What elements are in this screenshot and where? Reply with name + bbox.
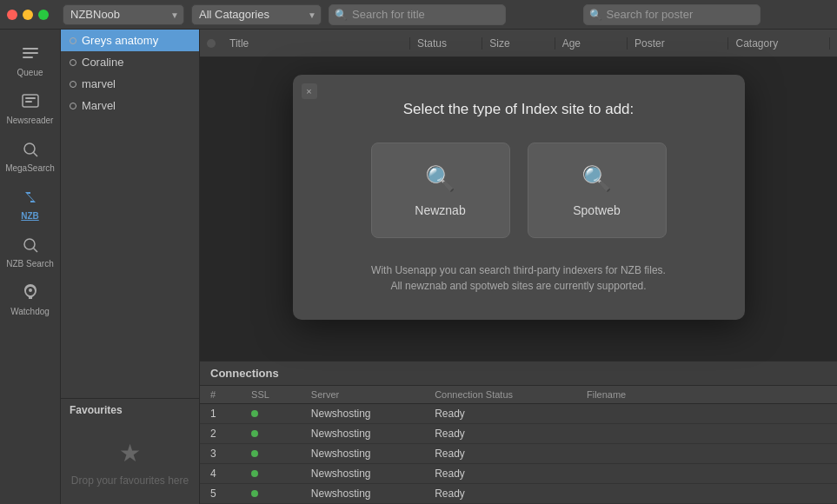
modal-desc-line2: All newznab and spotweb sites are curren… [390,280,646,292]
modal-options: 🔍 Newznab 🔍 Spotweb [328,143,710,238]
conn-filename-1 [576,424,837,444]
sidebar: Queue Newsreader MegaSearch NZB [0,30,61,504]
sidebar-item-nzb-search[interactable]: NZB Search [0,228,61,275]
table-columns: Title Status Size Age Poster Catagory [223,37,830,50]
newsreader-icon [20,91,41,112]
watchdog-icon [20,282,41,303]
table-dot [207,39,216,48]
ssl-dot-3 [251,470,258,477]
conn-num-4: 5 [200,484,241,504]
conn-ssl-3 [241,464,301,484]
table-header: Title Status Size Age Poster Catagory [200,30,837,57]
search-result-2[interactable]: marvel [61,73,199,95]
col-header-category: Catagory [728,37,830,50]
connection-row-0: 1 Newshosting Ready [200,404,837,424]
col-header-age: Age [555,37,628,50]
poster-search-input[interactable] [583,4,761,25]
sidebar-item-queue[interactable]: Queue [0,36,61,84]
modal-close-icon: × [306,86,311,96]
conn-status-1: Ready [424,424,576,444]
nzb-label: NZB [21,211,39,221]
sidebar-item-megasearch[interactable]: MegaSearch [0,132,61,180]
modal-description: With Usenapp you can search third-party … [328,262,710,294]
conn-server-1: Newshosting [301,424,424,444]
svg-point-8 [24,239,35,249]
search-result-3[interactable]: Marvel [61,95,199,116]
col-header-title: Title [223,37,410,50]
conn-num-1: 2 [200,424,241,444]
spotweb-option[interactable]: 🔍 Spotweb [528,143,667,238]
favourites-drop-area[interactable]: ★ Drop your favourites here [61,421,199,504]
conn-num-3: 4 [200,464,241,484]
conn-filename-3 [576,464,837,484]
top-bar: NZBNoob ▼ All Catagories ▼ 🔍 🔍 [0,0,837,30]
favourites-drop-text: Drop your favourites here [71,474,189,487]
svg-line-9 [33,249,37,253]
svg-rect-1 [23,52,38,54]
search-result-label-1: Coraline [82,56,123,69]
server-select-wrapper: NZBNoob ▼ [63,4,184,25]
conn-num-0: 1 [200,404,241,424]
ssl-dot-2 [251,450,258,457]
search-result-label-0: Greys anatomy [82,34,158,47]
conn-server-3: Newshosting [301,464,424,484]
poster-search-icon: 🔍 [589,9,602,21]
sidebar-item-nzb[interactable]: NZB [0,180,61,228]
newznab-label: Newznab [415,203,465,217]
close-button[interactable] [7,10,17,20]
sidebar-item-newsreader[interactable]: Newsreader [0,84,61,132]
search-dot-1 [70,59,76,66]
category-select-wrapper: All Catagories ▼ [191,4,322,25]
title-search-input[interactable] [329,4,506,25]
connection-row-2: 3 Newshosting Ready [200,444,837,464]
modal-close-button[interactable]: × [302,83,317,99]
conn-ssl-2 [241,444,301,464]
connections-table: # SSL Server Connection Status Filename … [200,386,837,504]
conn-ssl-4 [241,484,301,504]
search-result-1[interactable]: Coraline [61,51,199,73]
megasearch-icon [20,139,41,160]
spotweb-label: Spotweb [573,203,620,217]
svg-rect-5 [25,101,32,103]
sidebar-item-watchdog[interactable]: Watchdog [0,275,61,323]
watchdog-label: Watchdog [10,307,50,316]
content-area: Title Status Size Age Poster Catagory × … [200,30,837,504]
main-layout: Queue Newsreader MegaSearch NZB [0,30,837,504]
svg-rect-0 [23,48,38,50]
col-num: # [200,386,241,404]
svg-point-6 [24,143,35,154]
col-header-size: Size [482,37,555,50]
queue-icon [20,43,41,64]
category-select[interactable]: All Catagories [191,4,322,25]
search-result-0[interactable]: Greys anatomy [61,30,199,51]
poster-search-wrapper: 🔍 [583,4,831,25]
spotweb-icon: 🔍 [581,164,612,193]
title-search-wrapper: 🔍 [329,4,576,25]
col-header-status: Status [410,37,482,50]
conn-filename-4 [576,484,837,504]
newznab-option[interactable]: 🔍 Newznab [371,143,510,238]
minimize-button[interactable] [23,10,33,20]
nzb-icon [20,187,41,208]
favourites-section: Favourites ★ Drop your favourites here [61,398,199,504]
svg-line-7 [33,153,37,157]
main-content: × Select the type of Index site to add: … [200,57,837,361]
search-dot-0 [70,37,76,44]
col-header-poster: Poster [628,37,729,50]
ssl-dot-4 [251,490,258,497]
queue-label: Queue [17,68,43,77]
conn-ssl-0 [241,404,301,424]
connections-header: Connections [200,361,837,386]
col-server: Server [301,386,424,404]
server-select[interactable]: NZBNoob [63,4,184,25]
newsreader-label: Newsreader [7,116,54,125]
col-filename: Filename [576,386,837,404]
modal: × Select the type of Index site to add: … [293,75,745,320]
conn-server-4: Newshosting [301,484,424,504]
maximize-button[interactable] [38,10,49,20]
search-dot-2 [70,81,76,88]
newznab-icon: 🔍 [425,164,455,193]
conn-status-0: Ready [424,404,576,424]
conn-server-0: Newshosting [301,404,424,424]
conn-ssl-1 [241,424,301,444]
